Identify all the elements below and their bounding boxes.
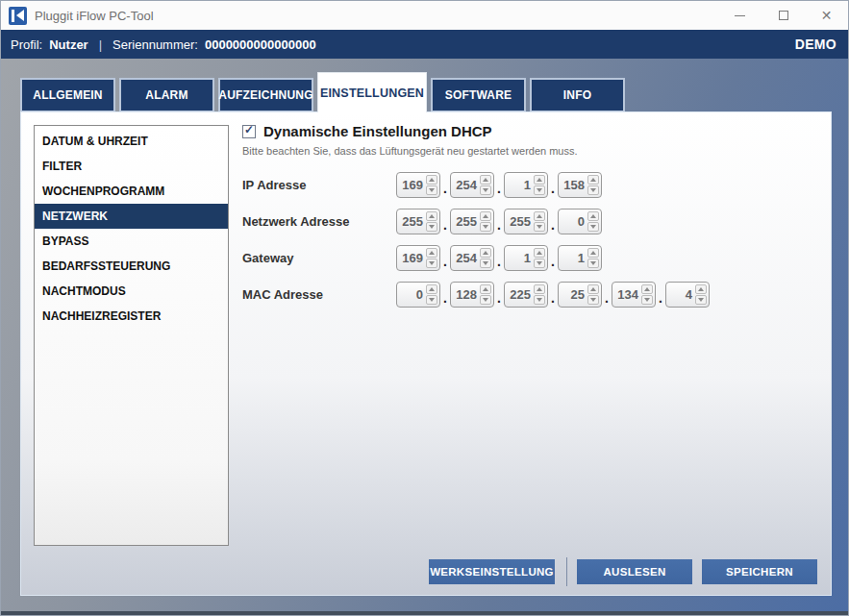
spinner-down-button[interactable] (587, 259, 599, 268)
numeric-spinner-mac-adresse-3[interactable]: 25 (558, 282, 602, 308)
numeric-spinner-mac-adresse-4[interactable]: 134 (612, 282, 656, 308)
numeric-spinner-netzwerk-adresse-0[interactable]: 255 (396, 209, 440, 234)
numeric-spinner-mac-adresse-0[interactable]: 0 (396, 282, 440, 308)
spinner-up-button[interactable] (641, 284, 653, 294)
chevron-down-icon (537, 298, 542, 302)
spinner-down-button[interactable] (534, 222, 545, 232)
spinner-down-button[interactable] (534, 259, 545, 268)
spinner-up-button[interactable] (426, 211, 437, 221)
numeric-spinner-netzwerk-adresse-2[interactable]: 255 (504, 209, 548, 234)
spinner-down-button[interactable] (426, 259, 437, 268)
spinner-up-button[interactable] (587, 284, 599, 294)
spinner-up-button[interactable] (480, 211, 491, 221)
tab-einstellungen[interactable]: EINSTELLUNGEN (317, 72, 427, 112)
minimize-button[interactable] (718, 1, 762, 30)
sidebar-item-nachtmodus[interactable]: NACHTMODUS (35, 279, 228, 304)
serial-label: Seriennummer: (112, 37, 198, 52)
chevron-down-icon (537, 225, 542, 229)
tab-info[interactable]: INFO (530, 78, 625, 112)
spinner-buttons (587, 248, 599, 268)
numeric-spinner-gateway-2[interactable]: 1 (504, 245, 548, 271)
sidebar-item-netzwerk[interactable]: NETZWERK (35, 204, 228, 229)
spinner-down-button[interactable] (426, 222, 437, 232)
octet-separator: . (494, 252, 504, 271)
spinner-up-button[interactable] (480, 175, 491, 185)
tab-aufzeichnung[interactable]: AUFZEICHNUNG (218, 78, 313, 112)
werkseinstellung-button[interactable]: WERKSEINSTELLUNG (429, 559, 555, 584)
spinner-up-button[interactable] (587, 211, 599, 221)
octet-separator: . (548, 288, 558, 308)
field-label: Gateway (242, 251, 396, 265)
close-button[interactable]: ✕ (805, 1, 848, 30)
chevron-up-icon (590, 178, 596, 182)
spinner-down-button[interactable] (426, 295, 437, 305)
spinner-down-button[interactable] (480, 185, 491, 195)
spinner-value: 255 (456, 209, 477, 234)
spinner-value: 225 (510, 283, 531, 307)
close-icon: ✕ (821, 9, 833, 22)
spinner-down-button[interactable] (426, 185, 437, 195)
spinner-up-button[interactable] (426, 175, 437, 185)
auslesen-button[interactable]: AUSLESEN (577, 559, 692, 584)
spinner-down-button[interactable] (480, 295, 491, 305)
spinner-down-button[interactable] (480, 222, 491, 232)
tab-software[interactable]: SOFTWARE (431, 78, 526, 112)
numeric-spinner-mac-adresse-1[interactable]: 128 (450, 282, 494, 308)
sidebar-item-datum-uhrzeit[interactable]: DATUM & UHRZEIT (35, 129, 228, 154)
sidebar-item-bedarfssteuerung[interactable]: BEDARFSSTEUERUNG (35, 254, 228, 279)
octet-fields: 169.254.1.1 (396, 245, 602, 271)
sidebar-item-bypass[interactable]: BYPASS (35, 229, 228, 254)
serial-value: 0000000000000000 (205, 37, 316, 52)
chevron-down-icon (644, 298, 650, 302)
dhcp-checkbox[interactable]: ✓ (242, 125, 256, 138)
sidebar-item-nachheizregister[interactable]: NACHHEIZREGISTER (35, 304, 228, 329)
form-row-gateway: Gateway169.254.1.1 (242, 245, 710, 271)
spinner-down-button[interactable] (695, 295, 707, 305)
sidebar-item-filter[interactable]: FILTER (35, 154, 228, 179)
tab-alarm[interactable]: ALARM (119, 78, 214, 112)
app-logo-icon (9, 7, 27, 25)
numeric-spinner-netzwerk-adresse-1[interactable]: 255 (450, 209, 494, 234)
spinner-up-button[interactable] (426, 248, 437, 258)
spinner-up-button[interactable] (480, 248, 491, 258)
numeric-spinner-mac-adresse-5[interactable]: 4 (665, 282, 710, 308)
numeric-spinner-gateway-1[interactable]: 254 (450, 245, 494, 271)
spinner-buttons (480, 175, 491, 195)
speichern-button[interactable]: SPEICHERN (702, 559, 817, 584)
numeric-spinner-gateway-0[interactable]: 169 (396, 245, 440, 271)
spinner-up-button[interactable] (587, 248, 599, 258)
numeric-spinner-ip-adresse-0[interactable]: 169 (396, 172, 440, 198)
titlebar: Pluggit iFlow PC-Tool ✕ (1, 1, 848, 30)
spinner-up-button[interactable] (534, 248, 545, 258)
spinner-up-button[interactable] (480, 284, 491, 294)
tab-allgemein[interactable]: ALLGEMEIN (20, 78, 115, 112)
spinner-up-button[interactable] (426, 284, 437, 294)
spinner-buttons (426, 175, 437, 195)
numeric-spinner-ip-adresse-2[interactable]: 1 (504, 172, 548, 198)
spinner-up-button[interactable] (587, 175, 599, 185)
spinner-down-button[interactable] (641, 295, 653, 305)
tab-bar: ALLGEMEINALARMAUFZEICHNUNGEINSTELLUNGENS… (20, 72, 629, 112)
numeric-spinner-mac-adresse-2[interactable]: 225 (504, 282, 548, 308)
numeric-spinner-ip-adresse-1[interactable]: 254 (450, 172, 494, 198)
spinner-up-button[interactable] (534, 284, 545, 294)
spinner-down-button[interactable] (587, 222, 599, 232)
numeric-spinner-ip-adresse-3[interactable]: 158 (558, 172, 602, 198)
spinner-up-button[interactable] (695, 284, 707, 294)
numeric-spinner-gateway-3[interactable]: 1 (558, 245, 602, 271)
maximize-button[interactable] (762, 1, 805, 30)
spinner-down-button[interactable] (534, 185, 545, 195)
form-row-netzwerk-adresse: Netzwerk Adresse255.255.255.0 (242, 209, 710, 234)
spinner-down-button[interactable] (480, 259, 491, 268)
spinner-buttons (534, 248, 545, 268)
spinner-down-button[interactable] (587, 295, 599, 305)
spinner-up-button[interactable] (534, 175, 545, 185)
numeric-spinner-netzwerk-adresse-3[interactable]: 0 (558, 209, 602, 234)
spinner-down-button[interactable] (534, 295, 545, 305)
form-row-mac-adresse: MAC Adresse0.128.225.25.134.4 (242, 282, 710, 308)
sidebar-item-wochenprogramm[interactable]: WOCHENPROGRAMM (35, 179, 228, 204)
octet-separator: . (494, 179, 504, 198)
spinner-value: 4 (686, 283, 692, 307)
spinner-up-button[interactable] (534, 211, 545, 221)
spinner-down-button[interactable] (587, 185, 599, 195)
